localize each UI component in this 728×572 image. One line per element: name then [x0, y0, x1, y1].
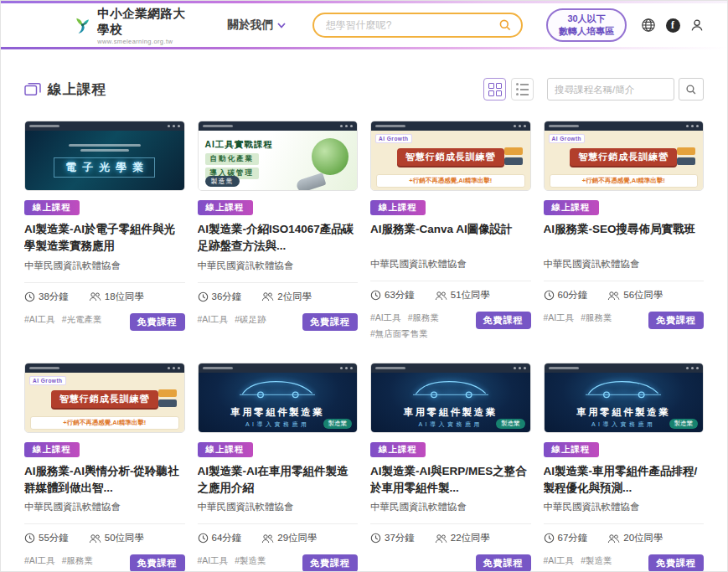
course-duration: 60分鐘: [544, 289, 588, 301]
course-tags: #AI工具#服務業: [24, 554, 93, 568]
course-type-badge: 線上課程: [24, 442, 80, 457]
course-duration-text: 38分鐘: [39, 291, 69, 303]
thumb-car-subtitle: AI導入實務應用: [245, 420, 310, 429]
nav-about-us[interactable]: 關於我們: [228, 18, 286, 33]
course-card[interactable]: AI Growth智慧行銷成長訓練營+行銷不再憑感覺,AI精準出擊! 線上課程 …: [370, 121, 531, 341]
free-course-button[interactable]: 免費課程: [130, 313, 185, 331]
course-card[interactable]: 車用零組件製造業AI導入實務應用製造業 線上課程 AI製造業-車用零組件產品排程…: [544, 363, 705, 572]
course-search-input[interactable]: [547, 78, 674, 100]
promo-zone-button[interactable]: 30人以下 數轉人培專區: [546, 8, 627, 43]
course-card[interactable]: 電子光學業 線上課程 AI製造業-AI於電子零組件與光學製造業實務應用 中華民國…: [24, 121, 185, 341]
course-title[interactable]: AI製造業-車用零組件產品排程/製程優化與預測...: [544, 463, 705, 497]
course-tag[interactable]: #AI工具: [544, 312, 575, 325]
thumb-car-title: 車用零組件製造業: [576, 406, 670, 419]
thumb-marketing-banner: +行銷不再憑感覺,AI精準出擊!: [550, 174, 699, 188]
course-tag[interactable]: #AI工具: [370, 312, 401, 325]
course-thumbnail[interactable]: AI Growth智慧行銷成長訓練營+行銷不再憑感覺,AI精準出擊!: [544, 121, 705, 191]
course-thumbnail[interactable]: 車用零組件製造業AI導入實務應用製造業: [370, 363, 531, 433]
course-tag[interactable]: #AI工具: [24, 313, 55, 327]
course-card[interactable]: AI Growth智慧行銷成長訓練營+行銷不再憑感覺,AI精準出擊! 線上課程 …: [24, 363, 185, 572]
course-thumbnail[interactable]: AI Growth智慧行銷成長訓練營+行銷不再憑感覺,AI精準出擊!: [370, 121, 531, 191]
course-tag[interactable]: #無店面零售業: [370, 327, 428, 341]
course-card[interactable]: AI Growth智慧行銷成長訓練營+行銷不再憑感覺,AI精準出擊! 線上課程 …: [544, 121, 705, 341]
course-tag[interactable]: #服務業: [62, 554, 93, 568]
free-course-button[interactable]: 免費課程: [476, 312, 531, 329]
thumb-window-bar: [545, 121, 704, 131]
course-title[interactable]: AI製造業-AI於電子零組件與光學製造業實務應用: [24, 221, 185, 255]
course-duration: 36分鐘: [198, 291, 242, 303]
site-logo[interactable]: 中小企業網路大學校 www.smelearning.org.tw: [73, 6, 194, 45]
site-header: 中小企業網路大學校 www.smelearning.org.tw 關於我們 30…: [1, 3, 727, 47]
course-title[interactable]: AI服務業-SEO搜尋佈局實戰班: [544, 221, 705, 254]
course-thumbnail[interactable]: 電子光學業: [24, 121, 185, 191]
course-tag[interactable]: #AI工具: [544, 554, 575, 568]
course-thumbnail[interactable]: 車用零組件製造業AI導入實務應用製造業: [544, 363, 705, 433]
course-tag[interactable]: #服務業: [408, 312, 439, 325]
course-tag[interactable]: #光電產業: [62, 313, 102, 327]
free-course-button[interactable]: 免費課程: [648, 554, 704, 572]
course-tag[interactable]: #AI工具: [198, 554, 229, 568]
course-students: 2位同學: [261, 291, 312, 303]
site-title: 中小企業網路大學校: [97, 6, 194, 38]
course-footer: #AI工具#製造業 免費課程: [544, 554, 705, 572]
course-tags: #AI工具#製造業: [544, 554, 612, 568]
course-search-button[interactable]: [679, 78, 704, 100]
free-course-button[interactable]: 免費課程: [130, 554, 185, 572]
grid-view-button[interactable]: [483, 78, 506, 100]
course-duration-text: 63分鐘: [385, 289, 415, 301]
thumb-green-heading: AI工具實戰課程: [205, 139, 274, 151]
course-tag[interactable]: #服務業: [581, 312, 612, 325]
course-thumbnail[interactable]: AI Growth智慧行銷成長訓練營+行銷不再憑感覺,AI精準出擊!: [24, 363, 185, 433]
course-thumbnail[interactable]: 車用零組件製造業AI導入實務應用製造業: [198, 363, 359, 433]
course-organization: 中華民國資訊軟體協會: [198, 501, 359, 513]
course-title[interactable]: AI製造業-AI與ERP/MES之整合於車用零組件製...: [370, 463, 531, 497]
students-icon: [607, 291, 620, 301]
car-outline-illustration: [580, 375, 667, 400]
thumb-industry-badge: 製造業: [205, 176, 240, 187]
thumb-marketing-banner: +行銷不再憑感覺,AI精準出擊!: [30, 416, 179, 430]
promo-line-1: 30人以下: [559, 13, 614, 25]
facebook-icon[interactable]: [664, 17, 681, 33]
course-duration-text: 67分鐘: [558, 532, 588, 544]
course-students-text: 18位同學: [105, 291, 144, 303]
course-type-badge: 線上課程: [370, 442, 426, 457]
course-tag[interactable]: #AI工具: [24, 554, 55, 568]
course-tag[interactable]: #AI工具: [198, 313, 229, 327]
chevron-down-icon: [277, 23, 286, 28]
list-view-button[interactable]: [511, 78, 534, 100]
language-globe-icon[interactable]: [640, 17, 657, 33]
course-thumbnail[interactable]: AI工具實戰課程自動化產業導入碳管理製造業: [198, 121, 359, 191]
course-card[interactable]: AI工具實戰課程自動化產業導入碳管理製造業 線上課程 AI製造業-介紹ISO14…: [198, 121, 359, 341]
header-search-button[interactable]: [493, 17, 518, 33]
course-students-text: 29位同學: [277, 532, 317, 544]
clock-icon: [24, 291, 35, 302]
free-course-button[interactable]: 免費課程: [648, 312, 704, 329]
header-search-input[interactable]: [326, 19, 493, 31]
course-students: 18位同學: [89, 291, 144, 303]
course-students: 20位同學: [607, 532, 663, 544]
course-title[interactable]: AI服務業-AI輿情分析-從聆聽社群媒體到做出智...: [24, 463, 185, 497]
user-account-icon[interactable]: [689, 17, 705, 33]
course-tag[interactable]: #製造業: [581, 554, 612, 568]
course-footer: #AI工具#光電產業 免費課程: [24, 313, 185, 331]
free-course-button[interactable]: 免費課程: [476, 554, 531, 572]
course-title[interactable]: AI製造業-AI在車用零組件製造之應用介紹: [198, 463, 359, 497]
free-course-button[interactable]: 免費課程: [302, 554, 358, 572]
free-course-button[interactable]: 免費課程: [302, 313, 358, 331]
card-divider: [370, 523, 531, 524]
course-tag[interactable]: #碳足跡: [235, 313, 266, 327]
thumb-car-title: 車用零組件製造業: [230, 406, 324, 419]
page-title: 線上課程: [48, 80, 106, 99]
clock-icon: [198, 291, 209, 302]
course-students: 22位同學: [435, 532, 490, 544]
course-title[interactable]: AI服務業-Canva AI圖像設計: [370, 221, 531, 254]
course-title[interactable]: AI製造業-介紹ISO14067產品碳足跡盤查方法與...: [198, 221, 359, 255]
search-icon: [498, 18, 512, 32]
course-card[interactable]: 車用零組件製造業AI導入實務應用製造業 線上課程 AI製造業-AI與ERP/ME…: [370, 363, 531, 572]
card-divider: [370, 281, 531, 281]
course-duration: 37分鐘: [370, 532, 415, 544]
course-card[interactable]: 車用零組件製造業AI導入實務應用製造業 線上課程 AI製造業-AI在車用零組件製…: [198, 363, 359, 572]
course-duration: 55分鐘: [24, 532, 69, 544]
course-tag[interactable]: #製造業: [235, 554, 266, 568]
course-type-badge: 線上課程: [198, 200, 253, 215]
